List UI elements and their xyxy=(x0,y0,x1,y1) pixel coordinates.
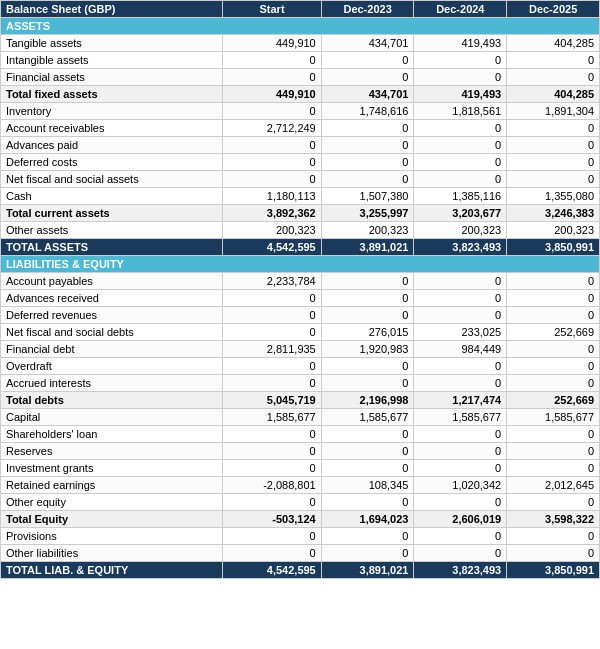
row-value: 0 xyxy=(414,137,507,154)
row-value: 1,694,023 xyxy=(321,511,414,528)
row-value: 2,196,998 xyxy=(321,392,414,409)
row-value: -2,088,801 xyxy=(223,477,321,494)
row-value: 0 xyxy=(507,290,600,307)
grand-total-cell: 3,850,991 xyxy=(507,239,600,256)
table-row: Net fiscal and social assets0000 xyxy=(1,171,600,188)
row-label: Total Equity xyxy=(1,511,223,528)
row-value: 0 xyxy=(414,52,507,69)
row-value: 0 xyxy=(507,137,600,154)
row-value: 0 xyxy=(414,375,507,392)
row-value: 0 xyxy=(321,273,414,290)
table-row: Total current assets3,892,3623,255,9973,… xyxy=(1,205,600,222)
row-value: 3,892,362 xyxy=(223,205,321,222)
row-value: 108,345 xyxy=(321,477,414,494)
row-value: 0 xyxy=(321,290,414,307)
row-value: 1,507,380 xyxy=(321,188,414,205)
row-value: 0 xyxy=(223,137,321,154)
table-row: Total debts5,045,7192,196,9981,217,47425… xyxy=(1,392,600,409)
row-value: 0 xyxy=(223,324,321,341)
row-label: Net fiscal and social debts xyxy=(1,324,223,341)
row-value: 1,585,677 xyxy=(223,409,321,426)
row-value: 0 xyxy=(414,494,507,511)
row-value: 0 xyxy=(507,52,600,69)
row-value: 3,203,677 xyxy=(414,205,507,222)
row-value: 0 xyxy=(321,120,414,137)
row-value: 0 xyxy=(414,528,507,545)
row-label: Reserves xyxy=(1,443,223,460)
row-value: 200,323 xyxy=(321,222,414,239)
row-label: Deferred costs xyxy=(1,154,223,171)
row-value: 0 xyxy=(414,426,507,443)
row-value: 2,606,019 xyxy=(414,511,507,528)
row-value: 252,669 xyxy=(507,324,600,341)
row-value: 0 xyxy=(223,528,321,545)
table-row: Provisions0000 xyxy=(1,528,600,545)
row-value: 0 xyxy=(321,171,414,188)
row-value: 0 xyxy=(223,290,321,307)
row-value: 1,920,983 xyxy=(321,341,414,358)
table-row: Intangible assets0000 xyxy=(1,52,600,69)
row-value: 0 xyxy=(223,171,321,188)
row-value: 3,598,322 xyxy=(507,511,600,528)
row-value: 233,025 xyxy=(414,324,507,341)
row-value: 0 xyxy=(321,69,414,86)
row-value: 0 xyxy=(507,307,600,324)
row-value: 0 xyxy=(223,52,321,69)
col-header-dec2024: Dec-2024 xyxy=(414,1,507,18)
table-row: Investment grants0000 xyxy=(1,460,600,477)
table-row: Other assets200,323200,323200,323200,323 xyxy=(1,222,600,239)
col-header-dec2023: Dec-2023 xyxy=(321,1,414,18)
table-row: Advances received0000 xyxy=(1,290,600,307)
row-value: 0 xyxy=(223,358,321,375)
row-value: 2,233,784 xyxy=(223,273,321,290)
row-value: 0 xyxy=(507,528,600,545)
row-value: 0 xyxy=(223,494,321,511)
row-label: Advances paid xyxy=(1,137,223,154)
row-value: 0 xyxy=(414,358,507,375)
row-value: 2,811,935 xyxy=(223,341,321,358)
row-value: 276,015 xyxy=(321,324,414,341)
row-value: 0 xyxy=(223,426,321,443)
row-value: 1,217,474 xyxy=(414,392,507,409)
row-value: 0 xyxy=(223,307,321,324)
row-value: 0 xyxy=(507,443,600,460)
row-value: 0 xyxy=(321,545,414,562)
row-value: 0 xyxy=(507,273,600,290)
grand-total-cell: 3,823,493 xyxy=(414,239,507,256)
row-label: Total debts xyxy=(1,392,223,409)
row-value: 0 xyxy=(223,443,321,460)
row-value: 0 xyxy=(414,273,507,290)
row-label: Other liabilities xyxy=(1,545,223,562)
row-label: Cash xyxy=(1,188,223,205)
row-value: 0 xyxy=(507,171,600,188)
table-row: Tangible assets449,910434,701419,493404,… xyxy=(1,35,600,52)
row-value: 1,818,561 xyxy=(414,103,507,120)
table-row: Inventory01,748,6161,818,5611,891,304 xyxy=(1,103,600,120)
row-value: 0 xyxy=(414,460,507,477)
row-value: 0 xyxy=(414,171,507,188)
grand-total-cell: 3,850,991 xyxy=(507,562,600,579)
grand-total-cell: 3,891,021 xyxy=(321,239,414,256)
row-label: Total fixed assets xyxy=(1,86,223,103)
row-value: 0 xyxy=(321,494,414,511)
row-value: 0 xyxy=(321,375,414,392)
row-label: Intangible assets xyxy=(1,52,223,69)
row-value: 1,585,677 xyxy=(507,409,600,426)
row-value: 0 xyxy=(414,154,507,171)
row-value: 0 xyxy=(321,426,414,443)
row-label: Shareholders' loan xyxy=(1,426,223,443)
row-value: 0 xyxy=(414,307,507,324)
row-value: 0 xyxy=(321,358,414,375)
table-row: Net fiscal and social debts0276,015233,0… xyxy=(1,324,600,341)
section-header-1: LIABILITIES & EQUITY xyxy=(1,256,600,273)
row-value: 0 xyxy=(507,494,600,511)
row-label: Provisions xyxy=(1,528,223,545)
row-value: 0 xyxy=(321,154,414,171)
row-value: 1,585,677 xyxy=(321,409,414,426)
row-value: 0 xyxy=(507,341,600,358)
grand-total-cell: 3,891,021 xyxy=(321,562,414,579)
row-value: 3,255,997 xyxy=(321,205,414,222)
row-value: 0 xyxy=(507,545,600,562)
row-label: Overdraft xyxy=(1,358,223,375)
row-label: Inventory xyxy=(1,103,223,120)
